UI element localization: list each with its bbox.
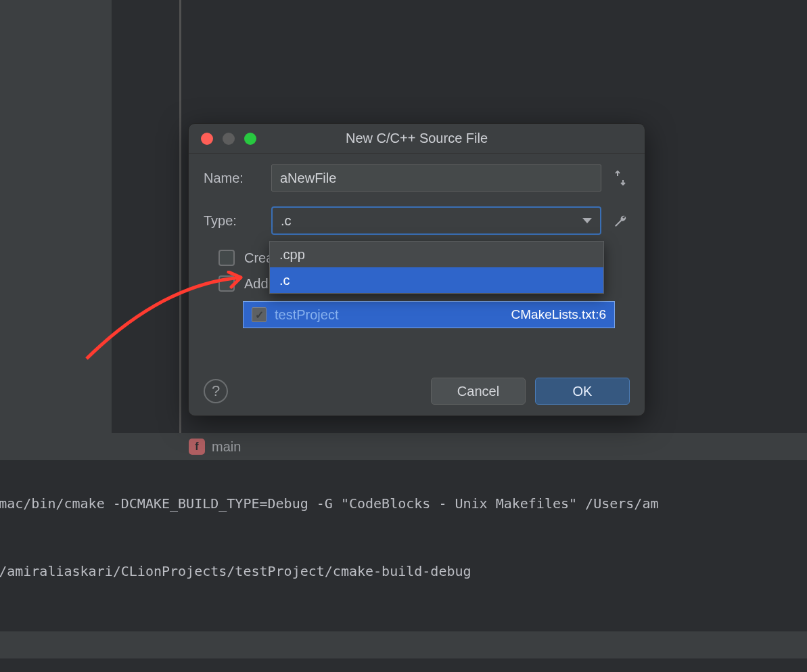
name-input[interactable] (271, 164, 601, 192)
target-name: testProject (275, 307, 338, 323)
ok-button[interactable]: OK (535, 378, 630, 405)
type-selected-value: .c (281, 213, 292, 229)
add-to-targets-label: Add (244, 276, 269, 292)
dialog-title: New C/C++ Source File (189, 131, 645, 146)
breadcrumb-item[interactable]: main (212, 439, 241, 455)
dropdown-option-c[interactable]: .c (270, 267, 603, 293)
chevron-down-icon (582, 218, 592, 223)
type-combobox[interactable]: .c (271, 206, 601, 235)
maximize-window-icon[interactable] (244, 133, 256, 145)
minimize-window-icon (223, 133, 235, 145)
project-sidebar[interactable] (0, 0, 112, 460)
breadcrumb-bar: f main (112, 433, 807, 460)
type-label: Type: (204, 213, 271, 229)
targets-list[interactable]: testProject CMakeLists.txt:6 (243, 301, 615, 328)
type-dropdown-popup: .cpp .c (269, 241, 604, 294)
target-row[interactable]: testProject CMakeLists.txt:6 (243, 301, 615, 328)
name-label: Name: (204, 171, 271, 186)
checkbox-checked-icon[interactable] (252, 307, 267, 322)
window-controls (201, 133, 256, 145)
console-line: ake/mac/bin/cmake -DCMAKE_BUILD_TYPE=Deb… (0, 495, 807, 512)
dialog-titlebar[interactable]: New C/C++ Source File (189, 124, 645, 154)
target-detail: CMakeLists.txt:6 (511, 307, 606, 322)
console-line: sers/amiraliaskari/CLionProjects/testPro… (0, 563, 807, 579)
updown-arrows-icon[interactable] (611, 171, 630, 185)
cancel-button[interactable]: Cancel (431, 378, 526, 405)
help-button[interactable]: ? (204, 379, 228, 403)
close-window-icon[interactable] (201, 133, 213, 145)
function-badge-icon: f (189, 439, 205, 455)
wrench-icon[interactable] (611, 213, 630, 228)
checkbox-unchecked-icon[interactable] (218, 250, 235, 266)
console-output[interactable]: ake/mac/bin/cmake -DCMAKE_BUILD_TYPE=Deb… (0, 460, 807, 658)
dropdown-option-cpp[interactable]: .cpp (270, 242, 603, 267)
checkbox-unchecked-icon[interactable] (218, 275, 235, 292)
status-bar (0, 631, 807, 658)
